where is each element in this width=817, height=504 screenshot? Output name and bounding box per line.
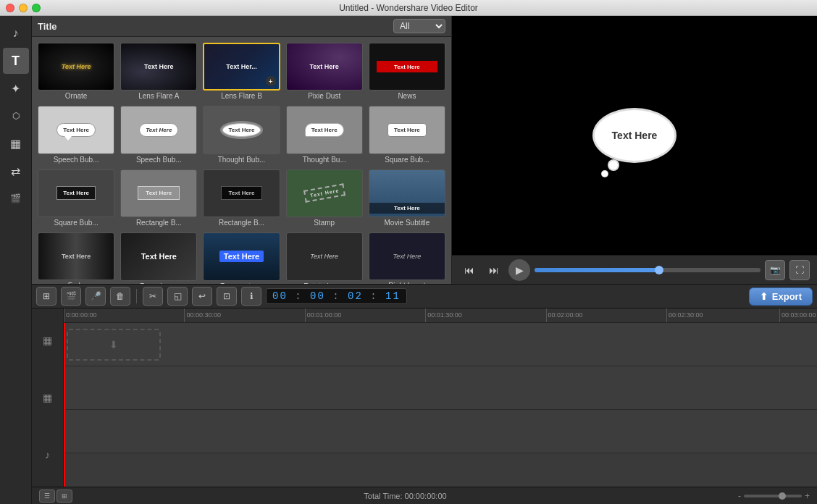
zoom-slider[interactable]: [744, 495, 802, 497]
sidebar-item-film[interactable]: ▦: [3, 130, 29, 156]
export-icon: ⬆: [760, 291, 768, 302]
list-view-button[interactable]: ☰: [39, 490, 55, 503]
cut-button[interactable]: ✂: [143, 287, 163, 306]
time-hr: 00: [272, 290, 288, 302]
template-rect-b-b[interactable]: Text Here Rectangle B...: [201, 168, 281, 228]
info-button[interactable]: ℹ: [241, 287, 261, 306]
timeline-tracks: ⬇: [64, 323, 817, 487]
view-buttons: ☰ ⊞: [39, 490, 72, 503]
template-zoom-out[interactable]: Text Here Zoom out a...: [201, 231, 281, 284]
fullscreen-button[interactable]: ⛶: [789, 260, 810, 280]
window-controls[interactable]: [6, 4, 41, 12]
timeline-track-icons: ▦ ▦ ♪: [32, 308, 64, 487]
rewind-button[interactable]: ⏮: [459, 260, 479, 280]
template-speech-bub-b-label: Speech Bub...: [120, 156, 197, 164]
preview-text-bubble: Text Here: [595, 110, 674, 161]
timeline-main: 0:00:00:00 00:00:30:00 00:01:00:00 00:01…: [64, 308, 817, 487]
fullscreen-icon: ⛶: [795, 265, 804, 275]
template-pixie-dust[interactable]: Text Here Pixie Dust: [285, 41, 364, 101]
template-speech-bub-b[interactable]: Text Here Speech Bub...: [119, 104, 198, 164]
sidebar-item-music[interactable]: ♪: [3, 20, 29, 46]
titlebar: Untitled - Wondershare Video Editor: [0, 0, 817, 16]
maximize-button[interactable]: [32, 4, 41, 12]
storyboard-icon: ⊞: [43, 291, 50, 301]
cut-icon: ✂: [149, 291, 156, 301]
camera-icon: 📷: [770, 265, 781, 275]
timeline-camera-icon: 🎬: [66, 291, 77, 301]
overlay-track-icon: ▦: [32, 376, 63, 419]
status-bar: ☰ ⊞ Total Time: 00:00:00:00 - +: [32, 487, 817, 504]
template-pixie-dust-label: Pixie Dust: [286, 92, 363, 100]
template-news[interactable]: Text Here News: [367, 41, 447, 101]
play-button[interactable]: ▶: [508, 259, 530, 281]
template-lens-flare-b[interactable]: Text Her... + Lens Flare B: [201, 41, 281, 101]
template-rect-b-b-label: Rectangle B...: [203, 219, 280, 227]
audio-track-icon: ♪: [32, 433, 63, 476]
template-right-insert[interactable]: Text Here Right Insert: [367, 231, 447, 284]
template-square-bub-a[interactable]: Text Here Square Bub...: [367, 104, 447, 164]
export-button[interactable]: ⬆ Export: [749, 287, 813, 306]
divider: [136, 289, 137, 303]
ruler-mark-6: 00:03:00:00: [779, 308, 816, 322]
template-zoom-in[interactable]: Text Here Zoom in a...: [119, 231, 198, 284]
filter-dropdown[interactable]: All Modern Classic Minimal: [393, 19, 445, 33]
thought-bubble-b: Text Here: [305, 123, 344, 137]
rectangle-b-a: Text Here: [138, 186, 180, 200]
sidebar-item-motion[interactable]: 🎬: [3, 185, 29, 211]
time-display: 00 : 00 : 02 : 11: [266, 288, 407, 304]
sidebar-item-color[interactable]: ⬡: [3, 103, 29, 129]
time-sec: 02: [348, 290, 363, 302]
mic-icon: 🎤: [91, 291, 101, 301]
timeline-camera-button[interactable]: 🎬: [61, 287, 81, 306]
template-square-bub-b[interactable]: Text Here Square Bub...: [36, 168, 116, 228]
audio-icon: ♪: [45, 449, 50, 461]
sidebar-item-text[interactable]: T: [3, 48, 29, 74]
template-thought-bub-a[interactable]: Text Here Thought Bub...: [201, 104, 281, 164]
storyboard-button[interactable]: ⊞: [36, 287, 56, 306]
info-icon: ℹ: [250, 291, 254, 301]
delete-button[interactable]: 🗑: [110, 287, 130, 306]
template-square-bub-a-label: Square Bub...: [369, 156, 445, 164]
ruler-mark-4: 00:02:00:00: [546, 308, 583, 322]
delete-icon: 🗑: [116, 291, 125, 301]
close-button[interactable]: [6, 4, 14, 12]
screenshot-button[interactable]: 📷: [765, 260, 785, 280]
template-thought-bub-a-label: Thought Bub...: [203, 156, 280, 164]
template-ornate[interactable]: Text Here Ornate: [36, 41, 116, 101]
zoom-control: - +: [738, 491, 810, 501]
sidebar-item-transitions[interactable]: ⇄: [3, 158, 29, 184]
grid-view-button[interactable]: ⊞: [56, 490, 72, 503]
mic-button[interactable]: 🎤: [85, 287, 106, 306]
template-rotate-in[interactable]: Text Here Rotate in a...: [285, 231, 364, 284]
step-forward-icon: ⏭: [489, 264, 499, 276]
play-icon: ▶: [516, 264, 524, 276]
template-rect-b-a[interactable]: Text Here Rectangle B...: [119, 168, 198, 228]
trim-button[interactable]: ◱: [167, 287, 188, 306]
template-thought-bub-b[interactable]: Text Here Thought Bu...: [285, 104, 364, 164]
main-layout: ♪ T ✦ ⬡ ▦ ⇄ 🎬 Title: [0, 16, 817, 504]
step-forward-button[interactable]: ⏭: [484, 260, 504, 280]
ruler-mark-0: 0:00:00:00: [64, 308, 97, 322]
time-min: 00: [310, 290, 325, 302]
template-movie-subtitle[interactable]: Text Here Movie Subtitle: [367, 168, 447, 228]
template-stamp[interactable]: Text Here Stamp: [285, 168, 364, 228]
composite-button[interactable]: ⊡: [217, 287, 237, 306]
progress-bar[interactable]: [535, 268, 761, 272]
template-lens-flare-a-label: Lens Flare A: [120, 92, 197, 100]
undo-icon: ↩: [198, 291, 206, 301]
template-news-label: News: [369, 92, 445, 100]
template-fade[interactable]: Text Here Fade: [36, 231, 116, 284]
sidebar-item-fx[interactable]: ✦: [3, 75, 29, 101]
filter-select[interactable]: All Modern Classic Minimal: [393, 19, 445, 33]
undo-button[interactable]: ↩: [192, 287, 212, 306]
square-bubble-b: Text Here: [56, 186, 96, 200]
overlay-track: [64, 366, 817, 410]
template-lens-flare-a[interactable]: Text Here Lens Flare A: [119, 41, 198, 101]
minimize-button[interactable]: [19, 4, 28, 12]
zoom-out-icon: -: [738, 491, 741, 501]
rectangle-b-b: Text Here: [221, 186, 263, 200]
time-fr: 11: [385, 290, 401, 302]
template-grid: Text Here Ornate Text Here Lens Flare A: [32, 37, 451, 284]
add-icon: +: [266, 76, 276, 86]
template-speech-bub-a[interactable]: Text Here Speech Bub...: [36, 104, 116, 164]
